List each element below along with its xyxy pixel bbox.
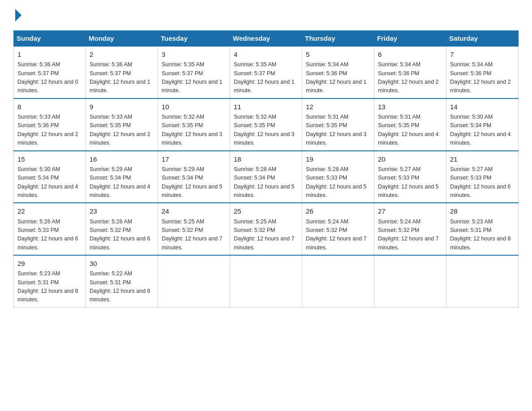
- day-number: 12: [306, 102, 370, 112]
- day-number: 19: [306, 154, 370, 164]
- day-info: Sunrise: 5:27 AMSunset: 5:33 PMDaylight:…: [450, 166, 511, 198]
- day-number: 18: [234, 154, 298, 164]
- day-number: 30: [90, 258, 154, 269]
- day-info: Sunrise: 5:32 AMSunset: 5:35 PMDaylight:…: [162, 114, 223, 146]
- calendar-cell: 15Sunrise: 5:30 AMSunset: 5:34 PMDayligh…: [14, 151, 86, 203]
- calendar-cell: 20Sunrise: 5:27 AMSunset: 5:33 PMDayligh…: [374, 151, 446, 203]
- day-number: 20: [378, 154, 442, 164]
- calendar-cell: [446, 255, 519, 307]
- day-info: Sunrise: 5:31 AMSunset: 5:35 PMDaylight:…: [306, 114, 367, 146]
- weekday-header-monday: Monday: [86, 31, 158, 47]
- calendar-cell: 28Sunrise: 5:23 AMSunset: 5:31 PMDayligh…: [446, 203, 519, 255]
- day-number: 11: [234, 102, 298, 112]
- day-number: 3: [162, 49, 226, 60]
- day-number: 28: [450, 206, 515, 216]
- day-info: Sunrise: 5:23 AMSunset: 5:31 PMDaylight:…: [450, 218, 511, 251]
- day-number: 23: [90, 206, 154, 216]
- day-info: Sunrise: 5:34 AMSunset: 5:36 PMDaylight:…: [378, 61, 439, 94]
- calendar-cell: 19Sunrise: 5:28 AMSunset: 5:33 PMDayligh…: [302, 151, 374, 203]
- logo-general: [13, 9, 21, 21]
- calendar-cell: 25Sunrise: 5:25 AMSunset: 5:32 PMDayligh…: [230, 203, 302, 255]
- calendar-week-row: 15Sunrise: 5:30 AMSunset: 5:34 PMDayligh…: [14, 151, 519, 203]
- day-number: 7: [450, 49, 515, 60]
- day-info: Sunrise: 5:33 AMSunset: 5:35 PMDaylight:…: [90, 114, 150, 146]
- calendar-cell: 21Sunrise: 5:27 AMSunset: 5:33 PMDayligh…: [446, 151, 519, 203]
- day-number: 2: [90, 49, 154, 60]
- calendar-cell: 7Sunrise: 5:34 AMSunset: 5:36 PMDaylight…: [446, 46, 519, 98]
- calendar-cell: 16Sunrise: 5:29 AMSunset: 5:34 PMDayligh…: [86, 151, 158, 203]
- day-info: Sunrise: 5:31 AMSunset: 5:35 PMDaylight:…: [378, 114, 439, 146]
- day-number: 5: [306, 49, 370, 60]
- day-info: Sunrise: 5:26 AMSunset: 5:32 PMDaylight:…: [90, 218, 150, 251]
- day-info: Sunrise: 5:32 AMSunset: 5:35 PMDaylight:…: [234, 114, 295, 146]
- calendar-week-row: 1Sunrise: 5:36 AMSunset: 5:37 PMDaylight…: [14, 46, 519, 98]
- day-info: Sunrise: 5:28 AMSunset: 5:33 PMDaylight:…: [306, 166, 367, 198]
- day-info: Sunrise: 5:29 AMSunset: 5:34 PMDaylight:…: [162, 166, 223, 198]
- weekday-header-friday: Friday: [374, 31, 446, 47]
- day-info: Sunrise: 5:33 AMSunset: 5:36 PMDaylight:…: [17, 114, 78, 146]
- day-info: Sunrise: 5:25 AMSunset: 5:32 PMDaylight:…: [234, 218, 295, 251]
- calendar-cell: 6Sunrise: 5:34 AMSunset: 5:36 PMDaylight…: [374, 46, 446, 98]
- calendar-cell: 10Sunrise: 5:32 AMSunset: 5:35 PMDayligh…: [158, 98, 230, 151]
- day-number: 9: [90, 102, 154, 112]
- day-number: 4: [234, 49, 298, 60]
- day-info: Sunrise: 5:36 AMSunset: 5:37 PMDaylight:…: [17, 61, 78, 94]
- weekday-header-wednesday: Wednesday: [230, 31, 302, 47]
- day-info: Sunrise: 5:29 AMSunset: 5:34 PMDaylight:…: [90, 166, 150, 198]
- calendar-cell: [302, 255, 374, 307]
- calendar-week-row: 8Sunrise: 5:33 AMSunset: 5:36 PMDaylight…: [14, 98, 519, 151]
- calendar-cell: [230, 255, 302, 307]
- day-info: Sunrise: 5:34 AMSunset: 5:36 PMDaylight:…: [306, 61, 367, 94]
- day-info: Sunrise: 5:27 AMSunset: 5:33 PMDaylight:…: [378, 166, 439, 198]
- calendar-cell: 22Sunrise: 5:26 AMSunset: 5:33 PMDayligh…: [14, 203, 86, 255]
- calendar-header-row: SundayMondayTuesdayWednesdayThursdayFrid…: [14, 31, 519, 47]
- calendar-cell: 12Sunrise: 5:31 AMSunset: 5:35 PMDayligh…: [302, 98, 374, 151]
- calendar-week-row: 22Sunrise: 5:26 AMSunset: 5:33 PMDayligh…: [14, 203, 519, 255]
- day-number: 17: [162, 154, 226, 164]
- day-number: 1: [17, 49, 82, 60]
- day-number: 29: [17, 258, 82, 269]
- day-number: 26: [306, 206, 370, 216]
- calendar-cell: 29Sunrise: 5:23 AMSunset: 5:31 PMDayligh…: [14, 255, 86, 307]
- calendar-cell: 17Sunrise: 5:29 AMSunset: 5:34 PMDayligh…: [158, 151, 230, 203]
- calendar-cell: 27Sunrise: 5:24 AMSunset: 5:32 PMDayligh…: [374, 203, 446, 255]
- day-number: 24: [162, 206, 226, 216]
- calendar-cell: [158, 255, 230, 307]
- calendar-cell: 13Sunrise: 5:31 AMSunset: 5:35 PMDayligh…: [374, 98, 446, 151]
- calendar-cell: 4Sunrise: 5:35 AMSunset: 5:37 PMDaylight…: [230, 46, 302, 98]
- calendar-cell: 18Sunrise: 5:28 AMSunset: 5:34 PMDayligh…: [230, 151, 302, 203]
- calendar-cell: 24Sunrise: 5:25 AMSunset: 5:32 PMDayligh…: [158, 203, 230, 255]
- calendar-week-row: 29Sunrise: 5:23 AMSunset: 5:31 PMDayligh…: [14, 255, 519, 307]
- day-number: 15: [17, 154, 82, 164]
- day-info: Sunrise: 5:25 AMSunset: 5:32 PMDaylight:…: [162, 218, 223, 251]
- calendar-cell: 26Sunrise: 5:24 AMSunset: 5:32 PMDayligh…: [302, 203, 374, 255]
- day-info: Sunrise: 5:36 AMSunset: 5:37 PMDaylight:…: [90, 61, 150, 94]
- day-number: 10: [162, 102, 226, 112]
- day-info: Sunrise: 5:30 AMSunset: 5:34 PMDaylight:…: [450, 114, 511, 146]
- day-number: 6: [378, 49, 442, 60]
- day-number: 14: [450, 102, 515, 112]
- calendar-cell: 2Sunrise: 5:36 AMSunset: 5:37 PMDaylight…: [86, 46, 158, 98]
- logo: [13, 9, 21, 22]
- calendar-cell: 5Sunrise: 5:34 AMSunset: 5:36 PMDaylight…: [302, 46, 374, 98]
- day-info: Sunrise: 5:35 AMSunset: 5:37 PMDaylight:…: [162, 61, 223, 94]
- day-number: 16: [90, 154, 154, 164]
- calendar-cell: 1Sunrise: 5:36 AMSunset: 5:37 PMDaylight…: [14, 46, 86, 98]
- day-info: Sunrise: 5:22 AMSunset: 5:31 PMDaylight:…: [90, 270, 150, 303]
- calendar-cell: 8Sunrise: 5:33 AMSunset: 5:36 PMDaylight…: [14, 98, 86, 151]
- day-info: Sunrise: 5:26 AMSunset: 5:33 PMDaylight:…: [17, 218, 78, 251]
- weekday-header-tuesday: Tuesday: [158, 31, 230, 47]
- day-info: Sunrise: 5:35 AMSunset: 5:37 PMDaylight:…: [234, 61, 295, 94]
- day-number: 27: [378, 206, 442, 216]
- weekday-header-sunday: Sunday: [14, 31, 86, 47]
- day-info: Sunrise: 5:23 AMSunset: 5:31 PMDaylight:…: [17, 270, 78, 303]
- calendar-cell: 30Sunrise: 5:22 AMSunset: 5:31 PMDayligh…: [86, 255, 158, 307]
- day-info: Sunrise: 5:24 AMSunset: 5:32 PMDaylight:…: [306, 218, 367, 251]
- day-number: 22: [17, 206, 82, 216]
- day-number: 8: [17, 102, 82, 112]
- calendar-cell: [374, 255, 446, 307]
- day-number: 21: [450, 154, 515, 164]
- day-info: Sunrise: 5:24 AMSunset: 5:32 PMDaylight:…: [378, 218, 439, 251]
- calendar-cell: 11Sunrise: 5:32 AMSunset: 5:35 PMDayligh…: [230, 98, 302, 151]
- calendar-table: SundayMondayTuesdayWednesdayThursdayFrid…: [13, 30, 519, 308]
